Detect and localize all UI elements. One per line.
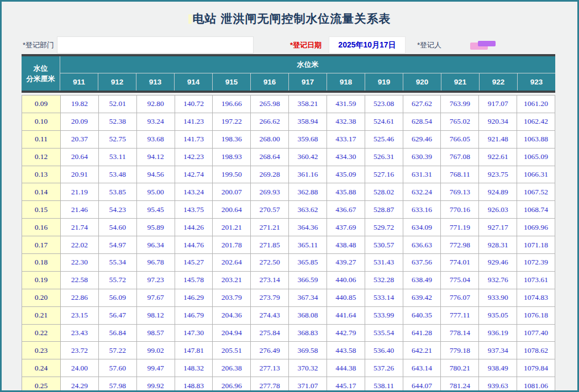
value-cell[interactable]: 445.17 bbox=[327, 377, 365, 392]
value-cell[interactable]: 23.43 bbox=[61, 325, 99, 342]
value-cell[interactable]: 198.36 bbox=[213, 131, 251, 149]
value-cell[interactable]: 528.87 bbox=[365, 201, 403, 219]
value-cell[interactable]: 148.32 bbox=[175, 359, 213, 377]
value-cell[interactable]: 526.31 bbox=[365, 149, 403, 166]
value-cell[interactable]: 140.72 bbox=[175, 96, 213, 113]
value-cell[interactable]: 205.51 bbox=[213, 342, 251, 359]
value-cell[interactable]: 143.75 bbox=[175, 201, 213, 219]
value-cell[interactable]: 763.99 bbox=[441, 96, 479, 113]
value-cell[interactable]: 276.49 bbox=[251, 342, 289, 359]
value-cell[interactable]: 777.11 bbox=[441, 307, 479, 325]
value-cell[interactable]: 277.13 bbox=[251, 359, 289, 377]
value-cell[interactable]: 23.15 bbox=[61, 307, 99, 325]
value-cell[interactable]: 1062.42 bbox=[517, 113, 555, 131]
value-cell[interactable]: 53.85 bbox=[99, 183, 137, 201]
value-cell[interactable]: 196.66 bbox=[213, 96, 251, 113]
value-cell[interactable]: 1072.39 bbox=[517, 254, 555, 272]
value-cell[interactable]: 21.46 bbox=[61, 201, 99, 219]
value-cell[interactable]: 273.79 bbox=[251, 289, 289, 307]
value-cell[interactable]: 20.37 bbox=[61, 131, 99, 149]
value-cell[interactable]: 144.26 bbox=[175, 219, 213, 236]
value-cell[interactable]: 277.78 bbox=[251, 377, 289, 392]
value-cell[interactable]: 1074.83 bbox=[517, 289, 555, 307]
value-cell[interactable]: 642.21 bbox=[403, 342, 441, 359]
value-cell[interactable]: 440.85 bbox=[327, 289, 365, 307]
value-cell[interactable]: 54.60 bbox=[99, 219, 137, 236]
value-cell[interactable]: 360.42 bbox=[289, 149, 327, 166]
value-cell[interactable]: 99.47 bbox=[137, 359, 175, 377]
value-cell[interactable]: 20.09 bbox=[61, 113, 99, 131]
value-cell[interactable]: 370.32 bbox=[289, 359, 327, 377]
value-cell[interactable]: 938.49 bbox=[479, 359, 517, 377]
value-cell[interactable]: 201.21 bbox=[213, 219, 251, 236]
value-cell[interactable]: 641.28 bbox=[403, 325, 441, 342]
value-cell[interactable]: 141.23 bbox=[175, 113, 213, 131]
value-cell[interactable]: 22.02 bbox=[61, 236, 99, 254]
value-cell[interactable]: 368.08 bbox=[289, 307, 327, 325]
value-cell[interactable]: 57.60 bbox=[99, 359, 137, 377]
value-cell[interactable]: 928.31 bbox=[479, 236, 517, 254]
value-cell[interactable]: 780.21 bbox=[441, 359, 479, 377]
value-cell[interactable]: 275.84 bbox=[251, 325, 289, 342]
value-cell[interactable]: 147.30 bbox=[175, 325, 213, 342]
value-cell[interactable]: 145.27 bbox=[175, 254, 213, 272]
value-cell[interactable]: 24.00 bbox=[61, 359, 99, 377]
value-cell[interactable]: 530.57 bbox=[365, 236, 403, 254]
value-cell[interactable]: 371.07 bbox=[289, 377, 327, 392]
value-cell[interactable]: 435.88 bbox=[327, 183, 365, 201]
value-cell[interactable]: 98.12 bbox=[137, 307, 175, 325]
value-cell[interactable]: 436.67 bbox=[327, 201, 365, 219]
value-cell[interactable]: 939.63 bbox=[479, 377, 517, 392]
value-cell[interactable]: 431.59 bbox=[327, 96, 365, 113]
value-cell[interactable]: 926.03 bbox=[479, 201, 517, 219]
value-cell[interactable]: 99.92 bbox=[137, 377, 175, 392]
value-cell[interactable]: 529.72 bbox=[365, 219, 403, 236]
department-input[interactable] bbox=[57, 36, 254, 54]
value-cell[interactable]: 432.38 bbox=[327, 113, 365, 131]
value-cell[interactable]: 274.43 bbox=[251, 307, 289, 325]
value-cell[interactable]: 270.57 bbox=[251, 201, 289, 219]
value-cell[interactable]: 197.22 bbox=[213, 113, 251, 131]
value-cell[interactable]: 1068.74 bbox=[517, 201, 555, 219]
value-cell[interactable]: 643.14 bbox=[403, 359, 441, 377]
value-cell[interactable]: 145.78 bbox=[175, 272, 213, 289]
value-cell[interactable]: 141.73 bbox=[175, 131, 213, 149]
value-cell[interactable]: 922.61 bbox=[479, 149, 517, 166]
value-cell[interactable]: 628.54 bbox=[403, 113, 441, 131]
value-cell[interactable]: 781.24 bbox=[441, 377, 479, 392]
value-cell[interactable]: 935.05 bbox=[479, 307, 517, 325]
value-cell[interactable]: 924.89 bbox=[479, 183, 517, 201]
value-cell[interactable]: 533.99 bbox=[365, 307, 403, 325]
value-cell[interactable]: 22.58 bbox=[61, 272, 99, 289]
value-cell[interactable]: 95.89 bbox=[137, 219, 175, 236]
value-cell[interactable]: 936.19 bbox=[479, 325, 517, 342]
value-cell[interactable]: 440.06 bbox=[327, 272, 365, 289]
value-cell[interactable]: 533.14 bbox=[365, 289, 403, 307]
value-cell[interactable]: 362.88 bbox=[289, 183, 327, 201]
value-cell[interactable]: 147.81 bbox=[175, 342, 213, 359]
value-cell[interactable]: 206.38 bbox=[213, 359, 251, 377]
value-cell[interactable]: 93.24 bbox=[137, 113, 175, 131]
value-cell[interactable]: 269.93 bbox=[251, 183, 289, 201]
value-cell[interactable]: 203.21 bbox=[213, 272, 251, 289]
value-cell[interactable]: 96.34 bbox=[137, 236, 175, 254]
value-cell[interactable]: 146.29 bbox=[175, 289, 213, 307]
value-cell[interactable]: 767.08 bbox=[441, 149, 479, 166]
value-cell[interactable]: 631.31 bbox=[403, 166, 441, 184]
value-cell[interactable]: 927.17 bbox=[479, 219, 517, 236]
value-cell[interactable]: 266.62 bbox=[251, 113, 289, 131]
value-cell[interactable]: 766.05 bbox=[441, 131, 479, 149]
value-cell[interactable]: 268.64 bbox=[251, 149, 289, 166]
value-cell[interactable]: 1078.62 bbox=[517, 342, 555, 359]
value-cell[interactable]: 367.34 bbox=[289, 289, 327, 307]
value-cell[interactable]: 444.38 bbox=[327, 359, 365, 377]
value-cell[interactable]: 765.02 bbox=[441, 113, 479, 131]
value-cell[interactable]: 778.14 bbox=[441, 325, 479, 342]
value-cell[interactable]: 776.07 bbox=[441, 289, 479, 307]
value-cell[interactable]: 769.13 bbox=[441, 183, 479, 201]
value-cell[interactable]: 920.34 bbox=[479, 113, 517, 131]
value-cell[interactable]: 369.58 bbox=[289, 342, 327, 359]
value-cell[interactable]: 52.75 bbox=[99, 131, 137, 149]
value-cell[interactable]: 439.27 bbox=[327, 254, 365, 272]
value-cell[interactable]: 20.64 bbox=[61, 149, 99, 166]
